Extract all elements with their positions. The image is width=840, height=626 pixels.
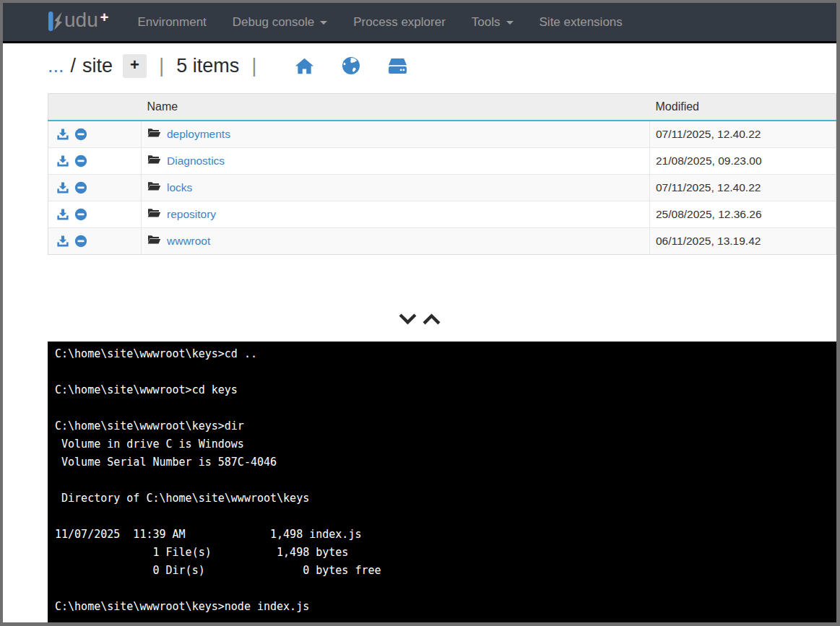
nav-item-debug-console[interactable]: Debug console [220, 15, 340, 30]
download-icon[interactable] [56, 208, 69, 221]
nav-label: Environment [137, 15, 206, 30]
actions-column-header [48, 94, 142, 121]
kudu-brand-link[interactable]: udu + [48, 9, 108, 35]
drive-icon[interactable] [374, 57, 421, 75]
modified-date: 07/11/2025, 12.40.22 [650, 121, 836, 148]
chevron-down-icon [506, 21, 514, 25]
folder-icon [147, 207, 161, 222]
folder-icon [147, 154, 161, 168]
modified-date: 21/08/2025, 09.23.00 [650, 148, 836, 175]
navbar: udu + Environment Debug console Process … [3, 3, 836, 43]
breadcrumb-parent-link[interactable]: ... [48, 55, 64, 77]
nav-label: Process explorer [353, 15, 446, 30]
chevron-down-icon [320, 21, 327, 25]
folder-icon [147, 127, 161, 142]
delete-minus-icon[interactable] [74, 128, 87, 141]
nav-item-site-extensions[interactable]: Site extensions [527, 15, 636, 30]
nav-label: Site extensions [540, 15, 623, 30]
modified-date: 25/08/2025, 12.36.26 [650, 201, 836, 228]
delete-minus-icon[interactable] [74, 235, 87, 248]
nav-label: Debug console [233, 15, 314, 30]
table-row: deployments 07/11/2025, 12.40.22 [48, 121, 836, 148]
download-icon[interactable] [56, 181, 69, 194]
modified-date: 06/11/2025, 13.19.42 [650, 228, 836, 255]
download-icon[interactable] [56, 155, 69, 168]
modified-date: 07/11/2025, 12.40.22 [650, 175, 836, 201]
quick-nav-icons [281, 56, 421, 75]
delete-minus-icon[interactable] [74, 181, 87, 194]
name-column-header: Name [142, 94, 650, 121]
expand-up-icon[interactable] [421, 313, 442, 327]
table-row: Diagnostics 21/08/2025, 09.23.00 [48, 148, 836, 175]
download-icon[interactable] [56, 235, 69, 248]
breadcrumb-current-folder: site [82, 55, 113, 77]
console-resize-controls [3, 313, 836, 330]
nav-item-environment[interactable]: Environment [124, 15, 219, 30]
divider: | [159, 54, 164, 77]
folder-link[interactable]: Diagnostics [167, 155, 225, 168]
kudu-page: udu + Environment Debug console Process … [3, 3, 836, 622]
nav-item-tools[interactable]: Tools [459, 15, 527, 30]
folder-link[interactable]: locks [167, 181, 192, 194]
nav-label: Tools [472, 15, 501, 30]
new-item-button[interactable]: + [123, 54, 147, 78]
expand-down-icon[interactable] [397, 313, 418, 327]
table-row: locks 07/11/2025, 12.40.22 [48, 175, 836, 201]
console-terminal[interactable]: C:\home\site\wwwroot\keys>cd .. C:\home\… [48, 342, 836, 622]
delete-minus-icon[interactable] [74, 155, 87, 168]
item-count: 5 items [176, 55, 239, 77]
nav-item-process-explorer[interactable]: Process explorer [340, 15, 459, 30]
breadcrumb-separator: / [71, 55, 77, 77]
breadcrumb: ... / site + | 5 items | [48, 51, 836, 81]
delete-minus-icon[interactable] [74, 208, 87, 221]
kudu-logo-icon [48, 10, 64, 35]
folder-link[interactable]: deployments [167, 128, 230, 141]
brand-text: udu [64, 9, 98, 31]
folder-icon [147, 181, 161, 195]
brand-plus: + [100, 9, 109, 26]
table-row: wwwroot 06/11/2025, 13.19.42 [48, 228, 836, 255]
download-icon[interactable] [56, 128, 69, 141]
table-row: repository 25/08/2025, 12.36.26 [48, 201, 836, 228]
folder-link[interactable]: repository [167, 208, 216, 221]
file-table: Name Modified [48, 93, 836, 255]
home-icon[interactable] [281, 57, 328, 75]
modified-column-header: Modified [650, 94, 836, 121]
globe-icon[interactable] [328, 56, 374, 75]
table-header-row: Name Modified [48, 94, 836, 121]
divider: | [251, 54, 256, 77]
folder-link[interactable]: wwwroot [167, 235, 210, 248]
navbar-menu: Environment Debug console Process explor… [124, 15, 635, 30]
folder-icon [147, 234, 161, 248]
